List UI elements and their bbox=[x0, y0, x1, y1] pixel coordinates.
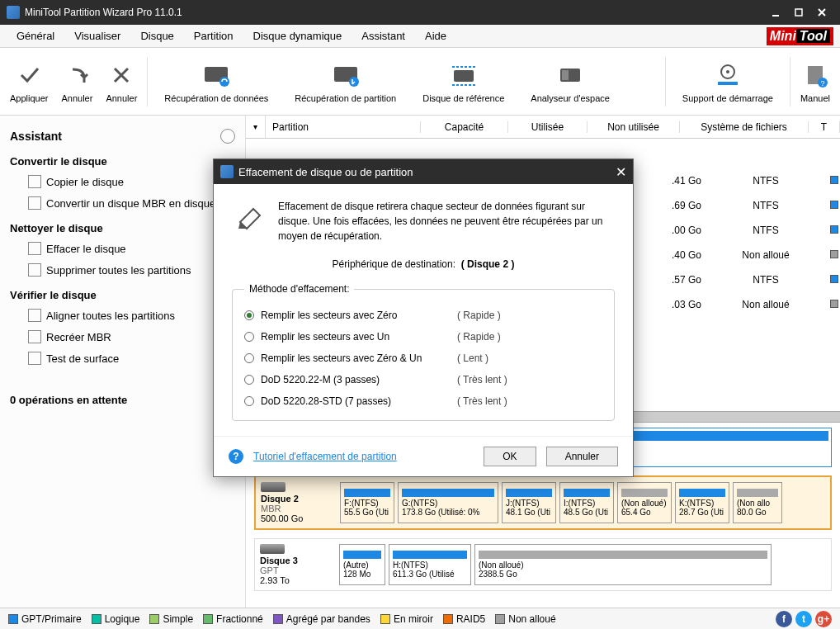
undo-button[interactable]: Annuler bbox=[54, 57, 99, 106]
menu-wizard[interactable]: Assistant bbox=[352, 26, 415, 45]
boot-media-icon bbox=[713, 60, 743, 90]
svg-rect-1 bbox=[795, 9, 802, 16]
maximize-button[interactable] bbox=[787, 4, 810, 21]
partition-box[interactable]: G:(NTFS)173.8 Go (Utilisé: 0% bbox=[398, 482, 498, 523]
legend-logical: Logique bbox=[92, 613, 140, 625]
brand-logo: MiniTool bbox=[767, 27, 833, 45]
erase-method-option[interactable]: DoD 5220.28-STD (7 passes)( Très lent ) bbox=[244, 390, 602, 412]
menu-partition[interactable]: Partition bbox=[184, 26, 243, 45]
convert-icon bbox=[28, 196, 41, 210]
toolbar: Appliquer Annuler Annuler Récupération d… bbox=[0, 48, 840, 116]
sidebar-erase-disk[interactable]: Effacer le disque bbox=[0, 238, 245, 259]
partition-box[interactable]: (Non alloué)2388.5 Go bbox=[474, 544, 772, 585]
cancel-modal-button[interactable]: Annuler bbox=[546, 447, 618, 466]
col-fs[interactable]: Système de fichiers bbox=[680, 121, 809, 133]
gplus-icon[interactable]: g+ bbox=[815, 611, 832, 627]
sidebar-verify-head: Vérifier le disque bbox=[0, 281, 245, 305]
svg-rect-6 bbox=[454, 70, 474, 82]
data-recovery-button[interactable]: Récupération de données bbox=[151, 57, 281, 106]
space-analyzer-button[interactable]: Analyseur d'espace bbox=[517, 57, 623, 106]
partition-box[interactable]: I:(NTFS)48.5 Go (Uti bbox=[559, 482, 614, 523]
disk-icon bbox=[260, 544, 285, 554]
sidebar-convert-head: Convertir le disque bbox=[0, 147, 245, 171]
dialog-close-button[interactable]: ✕ bbox=[616, 164, 626, 180]
erase-icon bbox=[28, 242, 41, 255]
partition-box[interactable]: K:(NTFS)28.7 Go (Uti bbox=[675, 482, 729, 523]
erase-dialog: Effacement de disque ou de partition ✕ E… bbox=[213, 158, 634, 477]
ok-button[interactable]: OK bbox=[484, 447, 536, 466]
minimize-button[interactable] bbox=[764, 4, 787, 21]
sidebar-align-all[interactable]: Aligner toutes les partitions bbox=[0, 305, 245, 326]
space-analyzer-icon bbox=[555, 60, 585, 90]
erase-method-option[interactable]: Remplir les secteurs avec Un( Rapide ) bbox=[244, 326, 602, 348]
radio-icon bbox=[244, 396, 254, 406]
sidebar-convert-mbr[interactable]: Convertir un disque MBR en disque G bbox=[0, 192, 245, 214]
disk-2-row[interactable]: Disque 2 MBR 500.00 Go F:(NTFS)55.5 Go (… bbox=[254, 475, 832, 530]
boot-media-button[interactable]: Support de démarrage bbox=[669, 57, 786, 106]
svg-text:?: ? bbox=[820, 79, 824, 87]
legend-simple: Simple bbox=[149, 613, 193, 625]
help-icon[interactable]: ? bbox=[229, 449, 243, 464]
disk-3-row[interactable]: Disque 3 GPT 2.93 To (Autre)128 MoH:(NTF… bbox=[254, 538, 832, 591]
undo-icon bbox=[62, 60, 92, 90]
legend-gpt: GPT/Primaire bbox=[8, 613, 82, 625]
partition-recovery-icon bbox=[331, 60, 361, 90]
sidebar-copy-disk[interactable]: Copier le disque bbox=[0, 171, 245, 192]
svg-rect-13 bbox=[718, 82, 738, 85]
sidebar-recreate-mbr[interactable]: Recréer MBR bbox=[0, 326, 245, 348]
col-type[interactable]: T bbox=[809, 121, 840, 133]
sidebar-clean-head: Nettoyer le disque bbox=[0, 214, 245, 238]
col-used[interactable]: Utilisée bbox=[508, 121, 588, 133]
cancel-button[interactable]: Annuler bbox=[99, 57, 144, 106]
chart-icon bbox=[28, 352, 41, 365]
partition-box[interactable]: (Non allo80.0 Go bbox=[733, 482, 782, 523]
col-partition[interactable]: Partition bbox=[266, 121, 421, 133]
menu-dynamic[interactable]: Disque dynamique bbox=[243, 26, 352, 45]
scan-disk-icon bbox=[449, 60, 479, 90]
partition-box[interactable]: (Non alloué)65.4 Go bbox=[617, 482, 672, 523]
legend-unalloc: Non alloué bbox=[495, 613, 555, 625]
footer: GPT/Primaire Logique Simple Fractionné A… bbox=[0, 608, 840, 629]
disk-panel: Disque 2 MBR 500.00 Go F:(NTFS)55.5 Go (… bbox=[246, 467, 840, 608]
align-icon bbox=[28, 309, 41, 322]
partition-box[interactable]: J:(NTFS)48.1 Go (Uti bbox=[502, 482, 556, 523]
menu-general[interactable]: Général bbox=[7, 26, 64, 45]
partition-recovery-button[interactable]: Récupération de partition bbox=[281, 57, 409, 106]
manual-button[interactable]: ? Manuel bbox=[794, 57, 837, 106]
disk-recovery-icon bbox=[201, 60, 231, 90]
erase-method-option[interactable]: Remplir les secteurs avec Zéro( Rapide ) bbox=[244, 305, 602, 326]
erase-method-option[interactable]: DoD 5220.22-M (3 passes)( Très lent ) bbox=[244, 369, 602, 390]
sidebar-delete-all[interactable]: Supprimer toutes les partitions bbox=[0, 259, 245, 281]
col-capacity[interactable]: Capacité bbox=[421, 121, 508, 133]
titlebar: MiniTool Partition Wizard Pro 11.0.1 bbox=[0, 0, 840, 25]
manual-icon: ? bbox=[800, 60, 830, 90]
menu-help[interactable]: Aide bbox=[415, 26, 456, 45]
erase-method-option[interactable]: Remplir les secteurs avec Zéro & Un( Len… bbox=[244, 348, 602, 369]
sidebar-pending: 0 opérations en attente bbox=[0, 385, 245, 409]
facebook-icon[interactable]: f bbox=[776, 611, 792, 627]
col-unused[interactable]: Non utilisée bbox=[588, 121, 680, 133]
sidebar-surface-test[interactable]: Test de surface bbox=[0, 348, 245, 369]
partition-box[interactable]: F:(NTFS)55.5 Go (Uti bbox=[340, 482, 394, 523]
partition-box[interactable]: (Autre)128 Mo bbox=[339, 544, 385, 585]
radio-icon bbox=[244, 375, 254, 385]
dialog-description: Effacement de disque retirera chaque sec… bbox=[278, 199, 615, 244]
twitter-icon[interactable]: t bbox=[795, 611, 812, 627]
svg-point-12 bbox=[726, 70, 729, 73]
legend-mirror: En miroir bbox=[380, 613, 433, 625]
sidebar: Assistant Convertir le disque Copier le … bbox=[0, 116, 246, 608]
partition-box[interactable]: H:(NTFS)611.3 Go (Utilisé bbox=[389, 544, 471, 585]
radio-icon bbox=[244, 310, 254, 320]
apply-button[interactable]: Appliquer bbox=[3, 57, 54, 106]
reference-disk-button[interactable]: Disque de référence bbox=[409, 57, 517, 106]
trash-icon bbox=[28, 263, 41, 277]
tutorial-link[interactable]: Tutoriel d'effacement de partition bbox=[253, 451, 397, 462]
legend-stripe: Agrégé par bandes bbox=[273, 613, 370, 625]
menu-view[interactable]: Visualiser bbox=[64, 26, 130, 45]
sidebar-assistant-head[interactable]: Assistant bbox=[0, 122, 245, 147]
menu-disk[interactable]: Disque bbox=[130, 26, 183, 45]
svg-point-3 bbox=[219, 77, 229, 87]
dialog-titlebar[interactable]: Effacement de disque ou de partition ✕ bbox=[214, 159, 633, 184]
method-fieldset: Méthode d'effacement: Remplir les secteu… bbox=[232, 281, 615, 421]
close-button[interactable] bbox=[810, 4, 833, 21]
